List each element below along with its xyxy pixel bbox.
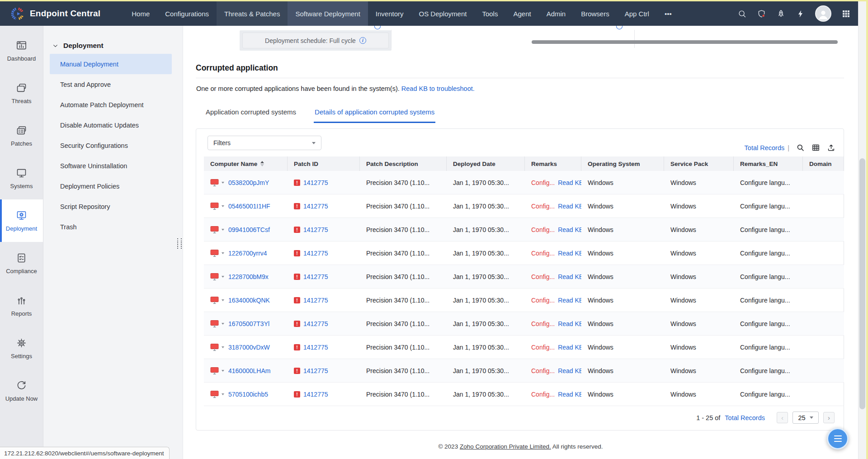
export-icon[interactable] [827,143,835,152]
topnav-item-app-ctrl[interactable]: App Ctrl [617,1,657,26]
table-column-header[interactable]: Computer Name [204,156,288,171]
topnav-item-browsers[interactable]: Browsers [573,1,617,26]
chevron-down-icon[interactable] [222,182,224,184]
sidebar-item-compliance[interactable]: Compliance [0,242,43,284]
computer-monitor-icon[interactable] [210,202,219,210]
table-column-header[interactable]: Domain [803,156,844,171]
submenu-item-security-configurations[interactable]: Security Configurations [43,135,183,156]
topnav-item-configurations[interactable]: Configurations [157,1,217,26]
submenu-item-trash[interactable]: Trash [43,217,183,237]
submenu-item-script-repository[interactable]: Script Repository [43,196,183,217]
computer-name-link[interactable]: 1226700yrrv4 [228,250,267,257]
floating-menu-button[interactable] [827,428,849,450]
table-column-header[interactable]: Service Pack [664,156,734,171]
computer-name-link[interactable]: 1228700bM9x [228,273,269,280]
topnav-item-admin[interactable]: Admin [539,1,574,26]
submenu-item-manual-deployment[interactable]: Manual Deployment [50,54,172,74]
topnav-item-threats-patches[interactable]: Threats & Patches [217,1,288,26]
zoho-company-link[interactable]: Zoho Corporation Private Limited. [460,443,551,450]
user-avatar[interactable] [815,5,831,22]
computer-name-link[interactable]: 5705100ichb5 [228,391,268,398]
submenu-header[interactable]: Deployment [43,38,183,54]
patch-id-link[interactable]: 1412775 [303,297,328,304]
topnav-item-os-deployment[interactable]: OS Deployment [411,1,475,26]
sidebar-item-reports[interactable]: Reports [0,284,43,327]
read-kb-link[interactable]: Read KB [558,391,581,398]
computer-monitor-icon[interactable] [210,343,219,351]
computer-monitor-icon[interactable] [210,296,219,304]
table-column-header[interactable]: Remarks_EN [734,156,803,171]
chevron-down-icon[interactable] [222,205,224,207]
column-chooser-grid-icon[interactable] [811,143,820,152]
search-icon[interactable] [796,143,805,152]
table-column-header[interactable]: Patch ID [288,156,360,171]
apps-grid-icon[interactable] [841,9,851,19]
sidebar-item-systems[interactable]: Systems [0,157,43,199]
sidebar-item-dashboard[interactable]: Dashboard [0,29,43,72]
chevron-down-icon[interactable] [222,276,224,278]
computer-monitor-icon[interactable] [210,273,219,281]
sidebar-item-deployment[interactable]: Deployment [0,199,43,242]
read-kb-link[interactable]: Read KB [558,250,581,257]
patch-id-link[interactable]: 1412775 [303,226,328,233]
patch-id-link[interactable]: 1412775 [303,391,328,398]
previous-page-button[interactable]: ‹ [777,412,788,423]
pagination-total-records-link[interactable]: Total Records [725,414,765,421]
topnav-item-home[interactable]: Home [124,1,157,26]
info-icon[interactable] [616,26,623,29]
sidebar-item-threats[interactable]: Threats [0,72,43,114]
read-kb-link[interactable]: Read KB [558,367,581,374]
sidebar-item-update-now[interactable]: Update Now [0,369,43,412]
chevron-down-icon[interactable] [222,229,224,231]
page-size-select[interactable]: 25 [793,412,819,424]
sidebar-item-patches[interactable]: Patches [0,114,43,157]
computer-monitor-icon[interactable] [210,249,219,257]
patch-id-link[interactable]: 1412775 [303,203,328,210]
vertical-scrollbar[interactable] [858,1,866,459]
topnav-item-agent[interactable]: Agent [505,1,538,26]
patch-id-link[interactable]: 1412775 [303,367,328,374]
topnav-item-tools[interactable]: Tools [474,1,505,26]
computer-name-link[interactable]: 3187000vDxW [228,344,270,351]
patch-id-link[interactable]: 1412775 [303,344,328,351]
brand-logo[interactable]: Endpoint Central [0,1,124,26]
table-column-header[interactable]: Remarks [525,156,581,171]
read-kb-link[interactable]: Read KB [558,226,581,233]
topnav-item-[interactable]: ••• [657,1,679,26]
chevron-down-icon[interactable] [222,252,224,254]
whats-new-rocket-icon[interactable] [776,9,786,19]
submenu-item-deployment-policies[interactable]: Deployment Policies [43,176,183,196]
submenu-item-disable-automatic-updates[interactable]: Disable Automatic Updates [43,115,183,135]
chevron-down-icon[interactable] [222,323,224,325]
table-column-header[interactable]: Patch Description [360,156,447,171]
chevron-down-icon[interactable] [222,299,224,301]
read-kb-link[interactable]: Read KB [558,297,581,304]
topnav-item-software-deployment[interactable]: Software Deployment [288,1,368,26]
computer-name-link[interactable]: 4160000LHAm [228,367,270,374]
table-column-header[interactable]: Operating System [581,156,664,171]
submenu-item-automate-patch-deployment[interactable]: Automate Patch Deployment [43,95,183,115]
computer-name-link[interactable]: 16705007T3Yl [228,320,269,327]
filters-dropdown[interactable]: Filters [208,136,321,150]
sort-icon[interactable] [260,161,264,167]
panel-resize-handle[interactable] [177,238,182,249]
total-records-link[interactable]: Total Records [745,144,785,151]
sidebar-item-settings[interactable]: Settings [0,327,43,369]
read-kb-link[interactable]: Read KB [558,320,581,327]
topnav-item-inventory[interactable]: Inventory [368,1,411,26]
table-column-header[interactable]: Deployed Date [447,156,525,171]
computer-monitor-icon[interactable] [210,367,219,375]
computer-name-link[interactable]: 05465001I1HF [228,203,270,210]
patch-id-link[interactable]: 1412775 [303,273,328,280]
submenu-item-software-uninstallation[interactable]: Software Uninstallation [43,156,183,176]
read-kb-link[interactable]: Read KB [558,203,581,210]
patch-id-link[interactable]: 1412775 [303,179,328,186]
chevron-down-icon[interactable] [222,346,224,348]
chevron-down-icon[interactable] [222,393,224,395]
security-shield-notification-icon[interactable] [757,9,766,19]
info-icon[interactable]: i [359,37,366,44]
computer-monitor-icon[interactable] [210,320,219,328]
computer-name-link[interactable]: 0538200pJmY [228,179,269,186]
next-page-button[interactable]: › [823,412,835,423]
quick-actions-bolt-icon[interactable] [796,9,805,19]
